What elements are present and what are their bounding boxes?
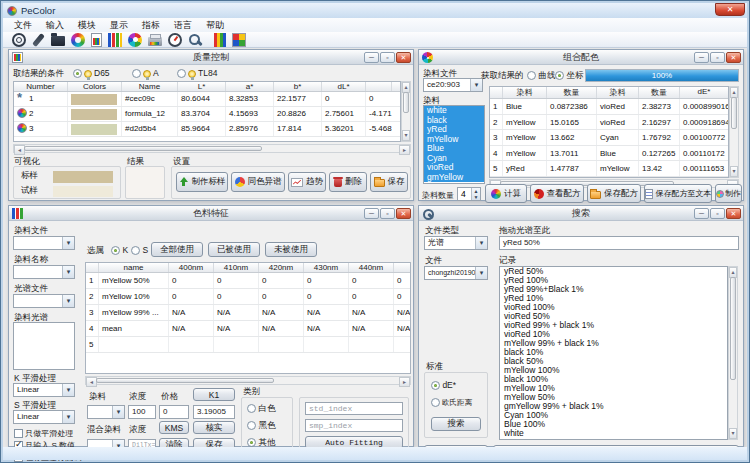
save-button[interactable]: 保存 [370,172,408,192]
printer-icon[interactable] [148,37,162,46]
option-k[interactable]: K [111,245,128,255]
qc-illuminant-a[interactable]: A [132,68,159,78]
match-close-button[interactable]: ✕ [726,52,741,63]
col-dye2[interactable]: 染料 [597,87,639,98]
option-s[interactable]: S [131,245,148,255]
qc-horizontal-scrollbar[interactable] [13,144,411,153]
checkbox-icon[interactable] [14,429,23,438]
record-item[interactable]: Blue 100% [500,420,727,429]
qc-illuminant-tl84[interactable]: TL84 [177,68,217,78]
search-button[interactable]: 搜索 [431,417,481,431]
records-listbox[interactable]: yRed 50%yRed 100%yRed 99%+Black 1%yRed 1… [499,266,728,440]
col-a[interactable]: a* [226,82,274,91]
option-curve[interactable]: 曲线 [527,70,555,82]
colorant-close-button[interactable]: ✕ [396,208,411,219]
color-flower-icon[interactable] [128,33,142,47]
view-formula-button[interactable]: 查看配方 [530,184,584,203]
coord-radio[interactable] [555,71,564,80]
use-all-button[interactable]: 全部使用 [151,242,203,257]
color-ring-icon[interactable] [71,33,85,47]
dye-spectrum-listbox[interactable] [13,322,75,370]
delete-button[interactable]: 删除 [329,172,367,192]
trend-button[interactable]: 趋势 [288,172,326,192]
white-radio[interactable] [247,404,256,413]
menu-index[interactable]: 指标 [135,19,167,32]
kms-button[interactable]: KMS [159,421,189,434]
unused-button[interactable]: 未被使用 [265,242,317,257]
menu-input[interactable]: 输入 [39,19,71,32]
qc-illuminant-d65[interactable]: D65 [73,68,110,78]
curve-radio[interactable] [527,71,536,80]
col-b[interactable]: b* [274,82,322,91]
qc-table-row[interactable]: 3 #d2d5b4 85.9664 2.85976 17.814 5.36201… [14,122,400,137]
std-index-input[interactable]: std_index [305,402,403,415]
qc-minimize-button[interactable]: ─ [364,52,379,63]
match-table-row[interactable]: 3 mYellow 13.662 Cyan 1.76792 0.00100772 [490,130,728,146]
k-radio[interactable] [111,246,120,255]
search-minimize-button[interactable]: ─ [694,208,709,219]
metamerism-button[interactable]: 同色异谱 [231,172,285,192]
qc-table-row[interactable]: 2 formula_12 83.3704 4.15693 20.8826 2.7… [14,107,400,122]
col-430nm[interactable]: 430nm [304,263,349,272]
qc-vertical-scrollbar[interactable] [401,81,411,142]
gauge-icon[interactable] [168,33,182,47]
palette-books-icon[interactable] [108,33,122,47]
colorant-dye-name-dropdown[interactable] [13,265,75,279]
option-de[interactable]: dE* [431,380,456,390]
match-table-row[interactable]: 2 mYellow 15.0165 vioRed 2.16297 0.00091… [490,115,728,131]
match-vertical-scrollbar[interactable] [729,86,739,178]
save-formula-text-button[interactable]: 保存配方至文本 [644,184,712,203]
dye-list-item[interactable]: gmYellow [424,173,484,183]
make-standard-button[interactable]: 制作标样 [176,172,228,192]
col-dl[interactable]: dL* [322,82,366,91]
spectrum-file-dropdown[interactable] [13,294,75,308]
colorant-table-row[interactable]: 4 mean N/A N/A N/A N/A N/A N/A [86,321,410,337]
search-icon[interactable] [188,33,202,47]
colorant-table-row[interactable]: 3 mYellow 99% ... N/A N/A N/A N/A N/A N/… [86,305,410,321]
smp-index-input[interactable]: smp_index [305,419,403,432]
file-type-dropdown[interactable]: 光谱 [424,236,488,250]
a-radio[interactable] [132,69,141,78]
dye-listbox[interactable]: whiteblackyRedmYellowBlueCyanvioRedgmYel… [423,105,485,184]
form-dye-dropdown[interactable] [87,405,125,419]
col-400nm[interactable]: 400nm [169,263,214,272]
d65-radio[interactable] [73,69,82,78]
euclid-radio[interactable] [431,398,440,407]
col-l[interactable]: L* [178,82,226,91]
colorant-dye-file-dropdown[interactable] [13,236,75,250]
option-coord[interactable]: 坐标 [555,70,583,82]
rainbow-icon[interactable] [214,33,226,47]
col-cut[interactable] [366,82,392,91]
k-smooth-dropdown[interactable]: Linear [13,383,75,397]
menu-display[interactable]: 显示 [103,19,135,32]
report-icon[interactable] [91,33,102,47]
match-table-row[interactable]: 1 Blue 0.0872386 vioRed 2.38273 0.000899… [490,99,728,115]
verify-button[interactable]: 核实 [193,421,235,434]
search-maximize-button[interactable]: ▫ [710,208,725,219]
col-spectrum-name[interactable]: name [99,263,169,272]
conc-input[interactable]: 100 [128,405,156,419]
match-table-row[interactable]: 5 yRed 1.47787 mYellow 13.42 0.00111653 [490,161,728,177]
col-420nm[interactable]: 420nm [259,263,304,272]
dye-count-spinner[interactable]: 4 ▲▼ [457,187,481,201]
match-table-row[interactable]: 4 mYellow 13.7011 Blue 0.127265 0.001101… [490,146,728,162]
s-radio[interactable] [131,246,140,255]
colorant-table-row[interactable]: 2 mYellow 10% 0 0 0 0 0 0 [86,289,410,305]
qc-table-row[interactable]: 1 #cec09c 80.6044 8.32853 22.1577 0 0 [14,92,400,107]
record-item[interactable]: white [500,429,727,438]
window-close-button[interactable]: ✕ [715,3,745,16]
menu-file[interactable]: 文件 [7,19,39,32]
folder-icon[interactable] [51,36,65,46]
search-close-button[interactable]: ✕ [726,208,741,219]
spinner-arrows[interactable]: ▲▼ [471,188,480,200]
tl84-radio[interactable] [177,69,186,78]
col-440nm[interactable]: 440nm [349,263,394,272]
calculate-button[interactable]: 计算 [485,184,527,203]
menu-help[interactable]: 帮助 [199,19,231,32]
pen-icon[interactable] [32,33,45,47]
qc-close-button[interactable]: ✕ [396,52,411,63]
colorant-table-row[interactable]: 5 [86,337,410,353]
s-smooth-dropdown[interactable]: Linear [13,410,75,424]
option-euclid[interactable]: 欧氏距离 [431,398,472,408]
make-sample-button[interactable]: 制作试样 [715,184,742,203]
